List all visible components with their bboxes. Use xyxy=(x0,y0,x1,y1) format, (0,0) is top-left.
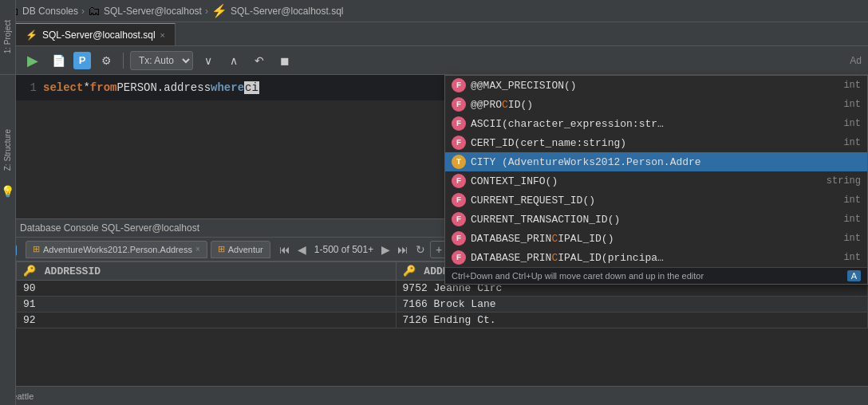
ac-name-3: CERT_ID(cert_name:string) xyxy=(471,137,834,149)
ac-type-7: int xyxy=(843,214,861,225)
breadcrumb-sep-2: › xyxy=(205,6,208,17)
p-button[interactable]: P xyxy=(73,52,91,69)
grid-prev-btn[interactable]: ◀ xyxy=(295,242,309,258)
ac-icon-4: T xyxy=(452,155,466,169)
ac-icon-0: F xyxy=(452,78,466,92)
grid-tab-1[interactable]: ⊞ AdventureWorks2012.Person.Address × xyxy=(26,241,207,258)
tab-bar: ⚡ SQL-Server@localhost.sql × xyxy=(16,22,868,46)
ac-name-5: CONTEXT_INFO() xyxy=(471,175,817,187)
settings-button[interactable]: ⚙ xyxy=(96,51,116,70)
stop-btn[interactable]: ◼ xyxy=(274,51,295,70)
ac-icon-6: F xyxy=(452,193,466,207)
tab-close-btn[interactable]: × xyxy=(160,30,165,40)
autocomplete-item[interactable]: T CITY (AdventureWorks2012.Person.Addre xyxy=(445,152,867,171)
breadcrumb-bar: 🗂 DB Consoles › 🗂 SQL-Server@localhost ›… xyxy=(0,0,868,22)
sql-line-1: 1 select * from PERSON.address where ci xyxy=(16,75,447,100)
ac-hint-badge: A xyxy=(847,270,861,281)
status-bar: Seattle xyxy=(0,386,868,405)
undo-btn[interactable]: ↶ xyxy=(249,51,270,70)
check-up-btn[interactable]: ∧ xyxy=(223,51,244,70)
sql-table-ref: PERSON.address xyxy=(116,81,211,94)
autocomplete-item[interactable]: F DATABASE_PRINCIPAL_ID() int xyxy=(445,229,867,248)
breadcrumb-folder2-icon: 🗂 xyxy=(88,4,101,18)
toolbar-separator-1 xyxy=(123,53,124,69)
ac-type-3: int xyxy=(843,137,861,148)
col-header-addressid[interactable]: 🔑 ADDRESSID xyxy=(17,262,397,281)
cell-addressline1[interactable]: 7166 Brock Lane xyxy=(396,297,867,313)
sql-cursor-text: ci xyxy=(244,81,259,94)
project-label[interactable]: 1: Project xyxy=(3,20,12,53)
project-panel: 1: Project xyxy=(0,0,16,75)
console-title: Database Console SQL-Server@localhost xyxy=(20,222,199,234)
ac-icon-3: F xyxy=(452,136,466,150)
breadcrumb-item-1[interactable]: DB Consoles xyxy=(22,6,78,17)
ac-name-4: CITY (AdventureWorks2012.Person.Addre xyxy=(471,156,851,168)
keyword-where: where xyxy=(211,81,244,94)
grid-tab-2[interactable]: ⊞ Adventur xyxy=(211,241,270,258)
toolbar: ▶ 📄 P ⚙ Tx: Auto ∨ ∧ ↶ ◼ Ad xyxy=(16,46,868,75)
ac-name-8: DATABASE_PRINCIPAL_ID() xyxy=(471,233,834,245)
sql-tab[interactable]: ⚡ SQL-Server@localhost.sql × xyxy=(16,23,176,45)
autocomplete-item[interactable]: F DATABASE_PRINCIPAL_ID(principa… int xyxy=(445,248,867,267)
structure-icon: 💡 xyxy=(1,185,14,198)
grid-refresh-btn[interactable]: ↻ xyxy=(413,242,428,258)
check-down-btn[interactable]: ∨ xyxy=(198,51,219,70)
cell-addressid[interactable]: 92 xyxy=(17,313,397,328)
ac-name-9: DATABASE_PRINCIPAL_ID(principa… xyxy=(471,252,834,264)
table-row[interactable]: 91 7166 Brock Lane xyxy=(17,297,868,313)
autocomplete-item[interactable]: F ASCII(character_expression:str… int xyxy=(445,114,867,133)
ac-name-1: @@PROCID() xyxy=(471,99,834,111)
ac-type-2: int xyxy=(843,118,861,129)
left-side-panel: Z: Structure 💡 xyxy=(0,75,16,405)
tx-selector[interactable]: Tx: Auto xyxy=(130,51,193,70)
ac-icon-5: F xyxy=(452,174,466,188)
ad-label: Ad xyxy=(850,55,862,66)
ac-type-6: int xyxy=(843,195,861,206)
tab-label: SQL-Server@localhost.sql xyxy=(42,29,156,41)
grid-tab1-label: AdventureWorks2012.Person.Address xyxy=(43,245,192,254)
cell-addressid[interactable]: 91 xyxy=(17,297,397,313)
ac-type-8: int xyxy=(843,233,861,244)
keyword-select: select xyxy=(43,81,83,94)
structure-label[interactable]: Z: Structure xyxy=(2,123,14,177)
grid-last-btn[interactable]: ⏭ xyxy=(395,242,411,258)
autocomplete-item[interactable]: F CURRENT_REQUEST_ID() int xyxy=(445,191,867,210)
ac-name-7: CURRENT_TRANSACTION_ID() xyxy=(471,214,834,226)
grid-tab2-label: Adventur xyxy=(228,245,263,254)
ac-type-5: string xyxy=(827,175,861,187)
line-number-1: 1 xyxy=(19,78,43,97)
breadcrumb-item-2[interactable]: SQL-Server@localhost xyxy=(104,6,202,17)
table-row[interactable]: 92 7126 Ending Ct. xyxy=(17,313,868,328)
keyword-from: from xyxy=(90,81,117,94)
ac-icon-7: F xyxy=(452,212,466,226)
autocomplete-dropdown: F @@MAX_PRECISION() int F @@PROCID() int… xyxy=(444,75,868,285)
breadcrumb-sql-icon: ⚡ xyxy=(211,3,227,18)
breadcrumb-item-3[interactable]: SQL-Server@localhost.sql xyxy=(231,6,344,17)
grid-tab1-close[interactable]: × xyxy=(195,245,200,254)
file-button[interactable]: 📄 xyxy=(48,51,69,70)
grid-tab1-icon: ⊞ xyxy=(33,244,40,254)
ac-type-9: int xyxy=(843,252,861,263)
autocomplete-item[interactable]: F @@MAX_PRECISION() int xyxy=(445,76,867,95)
autocomplete-item[interactable]: F @@PROCID() int xyxy=(445,95,867,114)
grid-tab2-icon: ⊞ xyxy=(218,244,225,254)
ac-type-0: int xyxy=(843,80,861,91)
ac-icon-9: F xyxy=(452,250,466,265)
key-icon-addressline1: 🔑 xyxy=(403,265,416,277)
autocomplete-hint: Ctrl+Down and Ctrl+Up will move caret do… xyxy=(445,267,867,284)
grid-next-btn[interactable]: ▶ xyxy=(379,242,393,258)
autocomplete-item[interactable]: F CERT_ID(cert_name:string) int xyxy=(445,133,867,152)
autocomplete-item[interactable]: F CURRENT_TRANSACTION_ID() int xyxy=(445,210,867,229)
grid-first-btn[interactable]: ⏮ xyxy=(277,242,293,258)
autocomplete-item[interactable]: F CONTEXT_INFO() string xyxy=(445,171,867,191)
cell-addressid[interactable]: 90 xyxy=(17,281,397,297)
cell-addressline1[interactable]: 7126 Ending Ct. xyxy=(396,313,867,328)
ac-name-2: ASCII(character_expression:str… xyxy=(471,118,834,130)
breadcrumb-sep-1: › xyxy=(81,6,85,17)
run-button[interactable]: ▶ xyxy=(22,51,43,70)
ac-name-0: @@MAX_PRECISION() xyxy=(471,80,834,92)
ac-hint-text: Ctrl+Down and Ctrl+Up will move caret do… xyxy=(452,271,704,281)
ac-type-1: int xyxy=(843,99,861,110)
ac-icon-1: F xyxy=(452,97,466,112)
grid-page-info: 1-500 of 501+ xyxy=(311,244,377,255)
